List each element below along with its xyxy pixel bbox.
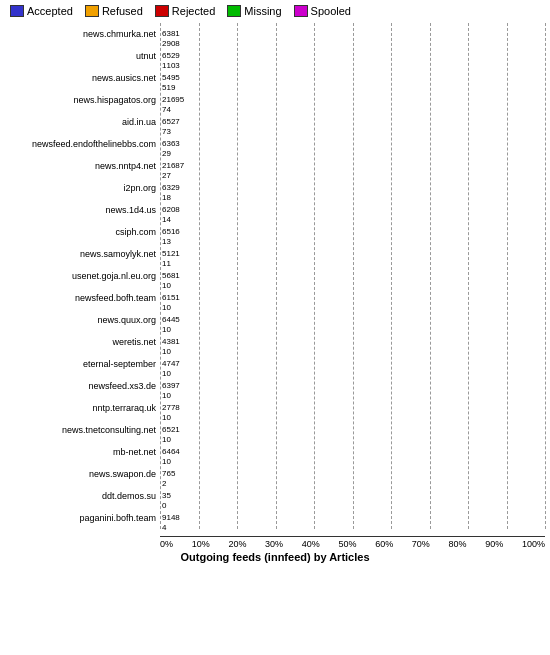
y-axis-label: news.samoylyk.net [5, 243, 160, 265]
bar-row: 639710 [160, 375, 545, 397]
bar-row: 7652 [160, 463, 545, 485]
x-axis-label: 0% [160, 539, 173, 549]
legend: AcceptedRefusedRejectedMissingSpooled [5, 5, 545, 17]
x-axis-label: 100% [522, 539, 545, 549]
x-axis-label: 40% [302, 539, 320, 549]
legend-item-missing: Missing [227, 5, 281, 17]
chart-container: AcceptedRefusedRejectedMissingSpooled ne… [0, 0, 550, 655]
bar-row: 5495519 [160, 67, 545, 89]
y-axis-label: paganini.bofh.team [5, 507, 160, 529]
y-axis-label: aid.in.ua [5, 111, 160, 133]
x-axis-label: 70% [412, 539, 430, 549]
y-axis-label: news.1d4.us [5, 199, 160, 221]
x-axis-label: 90% [485, 539, 503, 549]
y-axis-label: utnut [5, 45, 160, 67]
bar-row: 438110 [160, 331, 545, 353]
bar-row: 568110 [160, 265, 545, 287]
y-axis-label: weretis.net [5, 331, 160, 353]
bar-row: 91484 [160, 507, 545, 529]
bar-row: 512111 [160, 243, 545, 265]
bar-row: 632918 [160, 177, 545, 199]
bar-row: 350 [160, 485, 545, 507]
bar-row: 474710 [160, 353, 545, 375]
y-axis-label: news.tnetconsulting.net [5, 419, 160, 441]
bar-row: 2168727 [160, 155, 545, 177]
bar-row: 636329 [160, 133, 545, 155]
bar-row: 652773 [160, 111, 545, 133]
bar-row: 63812908 [160, 23, 545, 45]
x-axis-label: 10% [192, 539, 210, 549]
legend-item-refused: Refused [85, 5, 143, 17]
y-axis-label: newsfeed.endofthelinebbs.com [5, 133, 160, 155]
chart-title: Outgoing feeds (innfeed) by Articles [5, 551, 545, 563]
legend-item-spooled: Spooled [294, 5, 351, 17]
bar-row: 644510 [160, 309, 545, 331]
bar-row: 65291103 [160, 45, 545, 67]
x-axis-label: 20% [228, 539, 246, 549]
x-axis-label: 30% [265, 539, 283, 549]
bar-row: 652110 [160, 419, 545, 441]
y-axis-label: news.quux.org [5, 309, 160, 331]
legend-item-rejected: Rejected [155, 5, 215, 17]
y-axis-label: ddt.demos.su [5, 485, 160, 507]
y-axis-label: newsfeed.xs3.de [5, 375, 160, 397]
y-axis-label: i2pn.org [5, 177, 160, 199]
y-axis-label: news.nntp4.net [5, 155, 160, 177]
y-axis-label: newsfeed.bofh.team [5, 287, 160, 309]
y-axis-label: news.hispagatos.org [5, 89, 160, 111]
legend-item-accepted: Accepted [10, 5, 73, 17]
y-axis-label: news.ausics.net [5, 67, 160, 89]
bar-row: 620814 [160, 199, 545, 221]
bar-row: 646410 [160, 441, 545, 463]
x-axis-label: 60% [375, 539, 393, 549]
bar-row: 651613 [160, 221, 545, 243]
bar-row: 615110 [160, 287, 545, 309]
y-axis-label: csiph.com [5, 221, 160, 243]
x-axis-label: 80% [449, 539, 467, 549]
bar-row: 2169574 [160, 89, 545, 111]
bar-value-label: 91484 [160, 513, 180, 532]
y-axis-label: news.chmurka.net [5, 23, 160, 45]
y-axis-label: usenet.goja.nl.eu.org [5, 265, 160, 287]
y-axis-label: eternal-september [5, 353, 160, 375]
bar-row: 277810 [160, 397, 545, 419]
x-axis-label: 50% [338, 539, 356, 549]
y-axis-label: nntp.terraraq.uk [5, 397, 160, 419]
y-axis-label: mb-net.net [5, 441, 160, 463]
y-axis-label: news.swapon.de [5, 463, 160, 485]
